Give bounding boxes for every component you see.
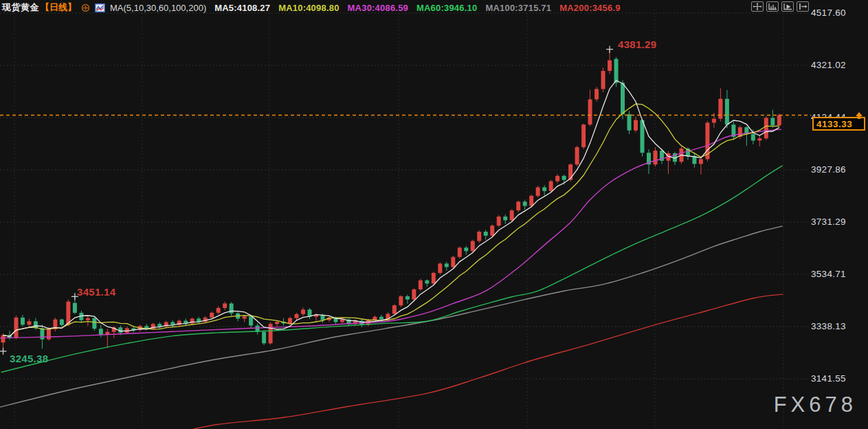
axis-label: 3731.29 <box>811 217 860 227</box>
chart-app: 现货黄金 【日线】 MA(5,10,30,60,100,200) MA5:410… <box>0 0 868 429</box>
price-chart-canvas[interactable] <box>0 0 868 429</box>
chart-header: 现货黄金 【日线】 MA(5,10,30,60,100,200) MA5:410… <box>2 1 621 14</box>
ma-legend-item-0: MA5:4108.27 <box>214 3 270 13</box>
ma-legend-item-3: MA60:3946.10 <box>416 3 477 13</box>
crosshair-icon[interactable] <box>751 1 764 12</box>
axis-label: 3927.86 <box>811 164 860 175</box>
ma-legend: MA5:4108.27MA10:4098.80MA30:4086.59MA60:… <box>206 3 620 13</box>
last-price-value: 4133.33 <box>816 119 852 129</box>
ma-legend-item-5: MA200:3456.9 <box>559 3 620 13</box>
ma-legend-item-4: MA100:3715.71 <box>485 3 551 13</box>
annotation-high-4381: 4381.29 <box>618 38 656 50</box>
ma-legend-item-1: MA10:4098.80 <box>278 3 339 13</box>
axis-label: 4321.02 <box>811 60 860 70</box>
exit-fullscreen-icon[interactable] <box>797 1 809 12</box>
toolbar <box>751 1 809 12</box>
mini-chart-icon[interactable] <box>95 3 105 12</box>
annotation-high-3451: 3451.14 <box>77 286 115 298</box>
axis-label: 3338.13 <box>811 321 860 331</box>
ma-legend-item-2: MA30:4086.59 <box>348 3 408 13</box>
price-up-arrow-icon <box>854 111 864 119</box>
annotation-low-3245: 3245.38 <box>10 353 48 364</box>
axis-label: 3141.55 <box>811 373 860 384</box>
period-label: 【日线】 <box>41 1 76 14</box>
axis-label: 3534.71 <box>811 269 860 279</box>
chart-play-icon[interactable] <box>781 1 794 12</box>
axis-label: 4517.60 <box>811 8 860 18</box>
chart-axis-icon[interactable] <box>766 1 779 12</box>
circle-plus-icon[interactable] <box>81 3 90 12</box>
watermark-logo: FX678 <box>774 393 857 417</box>
ma-params-label: MA(5,10,30,60,100,200) <box>110 3 206 13</box>
symbol-name: 现货黄金 <box>2 1 39 14</box>
